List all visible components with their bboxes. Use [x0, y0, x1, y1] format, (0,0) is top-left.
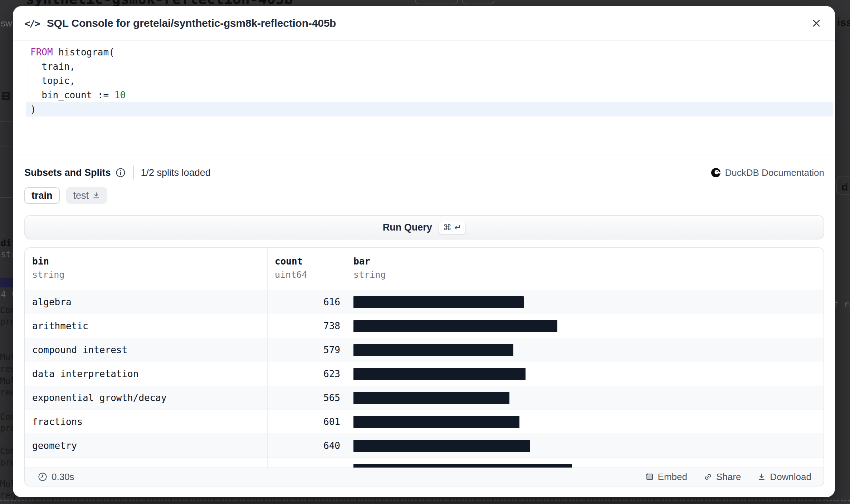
- cell-bin: geometry: [25, 434, 268, 458]
- table-row: compound interest579: [25, 338, 824, 362]
- run-query-button[interactable]: Run Query ⌘ ↵: [24, 215, 824, 239]
- modal-title: SQL Console for gretelai/synthetic-gsm8k…: [47, 17, 336, 29]
- download-button[interactable]: Download: [757, 471, 811, 483]
- clock-icon: [38, 472, 47, 481]
- backdrop-button-fragment: [415, 0, 458, 4]
- cmd-key: ⌘: [443, 223, 451, 232]
- cell-bar: [346, 314, 824, 338]
- download-icon: [92, 192, 100, 199]
- table-row: geometry640: [25, 434, 824, 458]
- code-lines: FROM histogram( train, topic, bin_count …: [26, 45, 833, 117]
- column-header-bin: bin string: [25, 248, 268, 290]
- split-button-train[interactable]: train: [24, 187, 60, 204]
- backdrop-text-fragment: issa: [837, 16, 850, 29]
- splits-heading: Subsets and Splits: [24, 167, 111, 178]
- cell-bin: algebra: [25, 290, 268, 314]
- table-row: [25, 458, 824, 468]
- histogram-bar: [353, 320, 557, 332]
- table-row: exponential growth/decay565: [25, 386, 824, 410]
- histogram-bar: [353, 368, 526, 380]
- cell-count: 579: [268, 338, 346, 362]
- histogram-bar: [353, 464, 572, 468]
- close-icon[interactable]: [809, 15, 824, 31]
- cell-bar: [346, 410, 824, 434]
- cell-count: [268, 458, 346, 468]
- histogram-bar: [353, 296, 524, 308]
- results-table: bin string count uint64 bar string algeb…: [24, 247, 824, 486]
- keyboard-shortcut-badge: ⌘ ↵: [439, 221, 466, 234]
- code-line: topic,: [26, 74, 833, 88]
- table-row: data interpretation623: [25, 362, 824, 386]
- table-header: bin string count uint64 bar string: [25, 248, 824, 290]
- cell-bin: exponential growth/decay: [25, 386, 268, 410]
- column-header-bar: bar string: [346, 248, 824, 290]
- sql-editor[interactable]: FROM histogram( train, topic, bin_count …: [13, 41, 835, 154]
- cell-bin: [25, 458, 268, 468]
- backdrop-selected-row: [0, 278, 14, 287]
- cell-count: 565: [268, 386, 346, 410]
- cell-bar: [346, 386, 824, 410]
- download-icon: [757, 473, 766, 481]
- table-row: fractions601: [25, 410, 824, 434]
- cell-bin: compound interest: [25, 338, 268, 362]
- duckdb-logo-icon: [711, 168, 721, 178]
- table-row: algebra616: [25, 290, 824, 314]
- info-icon[interactable]: [115, 167, 126, 178]
- cell-bin: fractions: [25, 410, 268, 434]
- backdrop-d-button-fragment: [836, 177, 850, 194]
- divider: [133, 166, 134, 179]
- cell-bar: [346, 458, 824, 468]
- embed-icon: [645, 473, 654, 481]
- histogram-bar: [353, 392, 509, 404]
- share-link-icon: [704, 473, 712, 481]
- cell-bar: [346, 290, 824, 314]
- cell-count: 616: [268, 290, 346, 314]
- histogram-bar: [353, 440, 530, 452]
- duckdb-doc-link[interactable]: DuckDB Documentation: [711, 167, 824, 178]
- backdrop-dashed-row-border: [0, 500, 850, 501]
- embed-button[interactable]: Embed: [645, 471, 687, 483]
- cell-bar: [346, 362, 824, 386]
- query-elapsed-time: 0.30s: [38, 471, 74, 483]
- cell-bin: data interpretation: [25, 362, 268, 386]
- cell-bar: [346, 338, 824, 362]
- cell-bin: arithmetic: [25, 314, 268, 338]
- cell-count: 601: [268, 410, 346, 434]
- indent-guide: [29, 63, 29, 105]
- modal-header: </> SQL Console for gretelai/synthetic-g…: [13, 6, 835, 41]
- backdrop-button-fragment: [462, 0, 494, 4]
- histogram-bar: [353, 416, 519, 428]
- splits-status: 1/2 splits loaded: [141, 167, 211, 178]
- code-line: ): [26, 102, 833, 117]
- backdrop-text-fragment: f rows: [834, 300, 850, 310]
- code-line: train,: [26, 59, 833, 74]
- column-header-count: count uint64: [268, 248, 346, 290]
- sql-console-modal: </> SQL Console for gretelai/synthetic-g…: [13, 6, 835, 497]
- backdrop-text-fragment: sw: [1, 18, 12, 29]
- table-footer: 0.30s Embed: [25, 468, 824, 486]
- split-buttons: traintest: [13, 187, 835, 204]
- return-key: ↵: [454, 223, 461, 232]
- histogram-bar: [353, 344, 513, 356]
- splits-row: Subsets and Splits 1/2 splits loaded Duc…: [13, 166, 835, 179]
- code-line: FROM histogram(: [26, 45, 833, 59]
- split-button-test[interactable]: test: [66, 187, 108, 204]
- cell-count: 738: [268, 314, 346, 338]
- cell-bar: [346, 434, 824, 458]
- share-button[interactable]: Share: [704, 471, 741, 483]
- table-row: arithmetic738: [25, 314, 824, 338]
- code-line: bin_count := 10: [26, 88, 833, 102]
- run-query-label: Run Query: [383, 222, 432, 233]
- duckdb-doc-label: DuckDB Documentation: [725, 167, 824, 178]
- cell-count: 623: [268, 362, 346, 386]
- table-rows-viewport[interactable]: algebra616arithmetic738compound interest…: [25, 290, 824, 468]
- cell-count: 640: [268, 434, 346, 458]
- code-icon: </>: [24, 18, 40, 29]
